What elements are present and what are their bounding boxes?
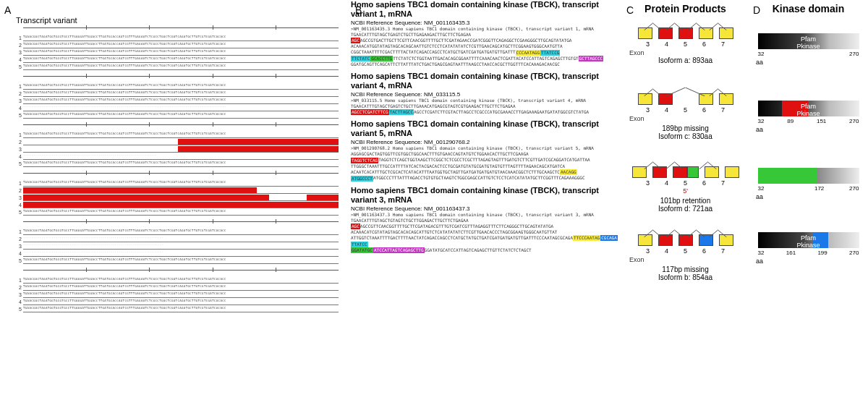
panel-a-title: Transcript variant xyxy=(16,16,351,25)
alignment-sequence: TGAACGACTAGATGGTGCGTGCCTTGAAGATTGGACCTTG… xyxy=(23,35,339,41)
panel-d-label: D xyxy=(753,4,760,16)
isoform-diagram: 34567 5' 101bp retention Isoform d: 721a… xyxy=(622,166,749,213)
isoform-diagram: 34567 Exon 189bp missing Isoform c: 830a… xyxy=(622,93,749,140)
alignment-block: 1TGAACGACTAGATGGTGCGTGCCTTGAAGATTGGACCTT… xyxy=(13,124,339,167)
alignment-block: 1TGAACGACTAGATGGTGCGTGCCTTGAAGATTGGACCTT… xyxy=(13,76,339,119)
panel-a-label: A xyxy=(4,4,11,16)
highlight-magenta: GCTTAGCCC xyxy=(579,56,604,61)
highlight-cyan: TTATCCG xyxy=(540,50,560,56)
kinase-domain-bar: 32172270 aa xyxy=(749,168,868,200)
kinase-domain-bar: PfamPkinase 32270 aa xyxy=(749,33,868,66)
seq-record: Homo sapiens TBC1 domain containing kina… xyxy=(351,72,622,115)
seq-record: Homo sapiens TBC1 domain containing kina… xyxy=(351,119,622,181)
seq-record: Homo sapiens TBC1 domain containing kina… xyxy=(351,0,622,67)
figure: A Transcript variant 1TGAACGACTAGATGGTGC… xyxy=(0,0,868,413)
alignment-wrapper: 1TGAACGACTAGATGGTGCGTGCCTTGAAGATTGGACCTT… xyxy=(13,27,339,312)
isoform-diagram: 34567 Exon 117bp missing Isoform b: 854a… xyxy=(622,234,749,281)
panel-d-heading: Kinase domain xyxy=(749,3,868,14)
panel-d: D Kinase domain PfamPkinase 32270 aa Pfa… xyxy=(749,0,868,413)
panel-c-label: C xyxy=(626,4,634,16)
panel-a: A Transcript variant 1TGAACGACTAGATGGTGC… xyxy=(0,0,351,413)
five-prime-note: 5' xyxy=(622,187,749,195)
highlight-green: GCACCTTG xyxy=(370,56,393,61)
fasta-header: >NM_001163435.3 Homo sapiens TBC1 domain… xyxy=(351,26,622,32)
kinase-domain-bar: PfamPkinase 3289151270 aa xyxy=(749,101,868,133)
highlight-blue: CGCAGA xyxy=(600,235,618,241)
alignment-block: 1TGAACGACTAGATGGTGCGTGCCTTGAAGATTGGACCTT… xyxy=(13,173,339,216)
highlight-red: AGC xyxy=(351,38,360,43)
panel-c: C Protein Products 34567 Exon Isoform a:… xyxy=(622,0,749,413)
alignment-block: 1TGAACGACTAGATGGTGCGTGCCTTGAAGATTGGACCTT… xyxy=(13,221,339,264)
panel-c-heading: Protein Products xyxy=(622,3,749,14)
alignment-ruler xyxy=(23,27,339,34)
isoform-diagram: 34567 Exon Isoform a: 893aa xyxy=(622,27,749,64)
panel-b-label: B xyxy=(355,4,362,16)
panel-b: B Homo sapiens TBC1 domain containing ki… xyxy=(351,0,622,413)
domain-region-green xyxy=(758,168,818,184)
seq-record: Homo sapiens TBC1 domain containing kina… xyxy=(351,186,622,253)
exon-legend: Exon xyxy=(629,49,749,56)
highlight-yellow: CCCAATAGG xyxy=(516,50,541,56)
splice-lines xyxy=(622,20,749,33)
record-title: Homo sapiens TBC1 domain containing kina… xyxy=(351,0,622,19)
alignment-block: 1TGAACGACTAGATGGTGCGTGCCTTGAAGATTGGACCTT… xyxy=(13,27,339,70)
record-refseq: NCBI Reference Sequence: NM_001163435.3 xyxy=(351,20,622,26)
alignment-block: 1TGAACGACTAGATGGTGCGTGCCTTGAAGATTGGACCTT… xyxy=(13,270,339,312)
kinase-domain-bar: PfamPkinase 32161199270 aa xyxy=(749,232,868,265)
isoform-label: Isoform a: 893aa xyxy=(622,56,749,64)
